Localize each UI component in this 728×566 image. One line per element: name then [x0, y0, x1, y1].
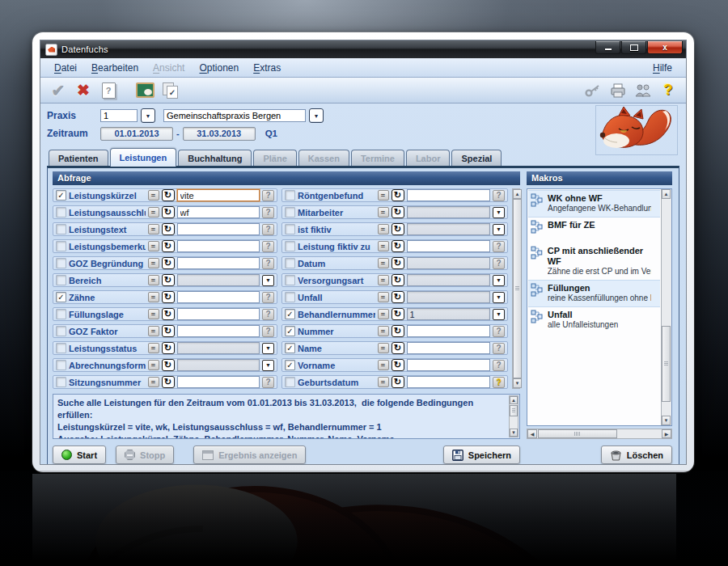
menu-bearbeiten[interactable]: Bearbeiten: [84, 61, 146, 75]
help-button[interactable]: ?: [493, 241, 505, 252]
reset-refresh-button[interactable]: ↻: [162, 291, 175, 303]
input-leistungstext[interactable]: [177, 223, 260, 235]
checkbox-leistungskürzel[interactable]: ✓: [56, 190, 66, 201]
dropdown-arrow-button[interactable]: ▼: [262, 275, 274, 286]
checkbox-goz-begründung[interactable]: [56, 258, 66, 268]
help-button-toolbar[interactable]: ?: [658, 81, 678, 100]
users-button[interactable]: [633, 81, 653, 100]
reset-refresh-button[interactable]: ↻: [162, 325, 175, 337]
scrollbar-thumb[interactable]: [513, 199, 522, 378]
reset-refresh-button[interactable]: ↻: [392, 257, 404, 269]
equals-operator-button[interactable]: =: [148, 241, 159, 251]
reset-refresh-button[interactable]: ↻: [392, 206, 404, 218]
checkbox-bereich[interactable]: [56, 275, 66, 285]
help-button[interactable]: ?: [262, 309, 274, 320]
checkbox-datum[interactable]: [285, 258, 295, 268]
input-leistungsbemerkung[interactable]: [177, 240, 260, 252]
reset-refresh-button[interactable]: ↻: [392, 291, 404, 303]
select-mitarbeiter[interactable]: [407, 206, 491, 218]
input-leistungsausschluss[interactable]: [177, 206, 260, 218]
equals-operator-button[interactable]: =: [378, 275, 389, 285]
dropdown-arrow-button[interactable]: ▼: [493, 309, 505, 320]
praxis-name-input[interactable]: [163, 109, 306, 122]
input-vorname[interactable]: [407, 359, 491, 371]
input-füllungslage[interactable]: [177, 308, 260, 320]
input-leistungskürzel[interactable]: [177, 189, 260, 201]
menu-hilfe[interactable]: Hilfe: [645, 61, 679, 75]
input-name[interactable]: [407, 342, 491, 354]
equals-operator-button[interactable]: =: [148, 360, 159, 370]
summary-scrollbar[interactable]: ▲ ▼: [509, 395, 518, 437]
tab-kassen[interactable]: Kassen: [298, 150, 349, 166]
checkbox-leistungsstatus[interactable]: [56, 343, 66, 353]
reset-refresh-button[interactable]: ↻: [162, 257, 175, 269]
equals-operator-button[interactable]: =: [378, 207, 389, 218]
tab-buchhaltung[interactable]: Buchhaltung: [178, 150, 252, 166]
makro-item-füllungen[interactable]: Füllungenreine Kassenfüllungen ohne MK: [528, 280, 660, 307]
help-button[interactable]: ?: [262, 292, 274, 303]
reset-refresh-button[interactable]: ↻: [162, 223, 175, 235]
equals-operator-button[interactable]: =: [378, 343, 389, 353]
speichern-button[interactable]: Speichern: [443, 446, 520, 464]
dropdown-arrow-button[interactable]: ▼: [493, 292, 505, 303]
pages-check-button[interactable]: ✓: [160, 81, 180, 100]
reset-refresh-button[interactable]: ↻: [392, 359, 404, 371]
checkbox-nummer[interactable]: ✓: [285, 326, 295, 336]
close-button[interactable]: x: [647, 41, 683, 54]
board-button[interactable]: [135, 81, 154, 100]
tab-patienten[interactable]: Patienten: [49, 150, 108, 166]
select-leistungsstatus[interactable]: [177, 342, 260, 354]
help-button[interactable]: ?: [262, 377, 274, 388]
scroll-down-icon[interactable]: ▼: [662, 416, 671, 425]
equals-operator-button[interactable]: =: [378, 224, 389, 234]
help-button[interactable]: ?: [262, 258, 274, 269]
input-datum[interactable]: [407, 257, 491, 269]
reset-refresh-button[interactable]: ↻: [392, 325, 404, 337]
minimize-button[interactable]: [595, 41, 620, 54]
equals-operator-button[interactable]: =: [148, 207, 159, 218]
reset-refresh-button[interactable]: ↻: [162, 342, 175, 354]
makro-item-bmf-für-ze[interactable]: BMF für ZE: [528, 218, 660, 243]
menu-datei[interactable]: Datei: [47, 61, 84, 75]
help-button[interactable]: ?: [262, 241, 274, 252]
help-button[interactable]: ?: [262, 326, 274, 337]
reset-refresh-button[interactable]: ↻: [162, 189, 175, 201]
select-versorgungsart[interactable]: [407, 274, 491, 286]
checkbox-füllungslage[interactable]: [56, 309, 66, 319]
print-button[interactable]: [608, 81, 628, 100]
stopp-button[interactable]: Stopp: [116, 446, 174, 464]
checkbox-mitarbeiter[interactable]: [285, 207, 295, 218]
tab-labor[interactable]: Labor: [406, 150, 451, 166]
equals-operator-button[interactable]: =: [148, 309, 159, 319]
fields-scrollbar[interactable]: ▲ ▼: [512, 188, 520, 389]
equals-operator-button[interactable]: =: [378, 292, 389, 302]
scroll-up-icon[interactable]: ▲: [510, 396, 518, 404]
select-unfall[interactable]: [407, 291, 491, 303]
checkbox-leistungsbemerkung[interactable]: [56, 241, 66, 251]
equals-operator-button[interactable]: =: [148, 224, 159, 234]
equals-operator-button[interactable]: =: [378, 377, 389, 387]
input-goz-begründung[interactable]: [177, 257, 260, 269]
dropdown-arrow-button[interactable]: ▼: [493, 224, 505, 235]
praxis-number-input[interactable]: [100, 109, 138, 122]
equals-operator-button[interactable]: =: [378, 190, 389, 201]
equals-operator-button[interactable]: =: [148, 326, 159, 336]
help-button[interactable]: ?: [262, 224, 274, 235]
reset-refresh-button[interactable]: ↻: [162, 206, 175, 218]
dropdown-arrow-button[interactable]: ▼: [493, 275, 505, 286]
equals-operator-button[interactable]: =: [378, 241, 389, 251]
checkbox-geburtsdatum[interactable]: [285, 377, 295, 387]
dropdown-arrow-button[interactable]: ▼: [262, 343, 274, 354]
input-geburtsdatum[interactable]: [407, 376, 491, 388]
equals-operator-button[interactable]: =: [378, 326, 389, 336]
scroll-down-icon[interactable]: ▼: [510, 429, 518, 437]
help-button[interactable]: ?: [262, 207, 274, 218]
checkbox-goz-faktor[interactable]: [56, 326, 66, 336]
reset-refresh-button[interactable]: ↻: [392, 240, 404, 252]
start-button[interactable]: Start: [53, 446, 106, 464]
input-goz-faktor[interactable]: [177, 325, 260, 337]
equals-operator-button[interactable]: =: [148, 190, 159, 201]
checkbox-leistung-fiktiv-zu[interactable]: [285, 241, 295, 251]
tab-termine[interactable]: Termine: [351, 150, 404, 166]
help-button[interactable]: ?: [493, 360, 505, 371]
